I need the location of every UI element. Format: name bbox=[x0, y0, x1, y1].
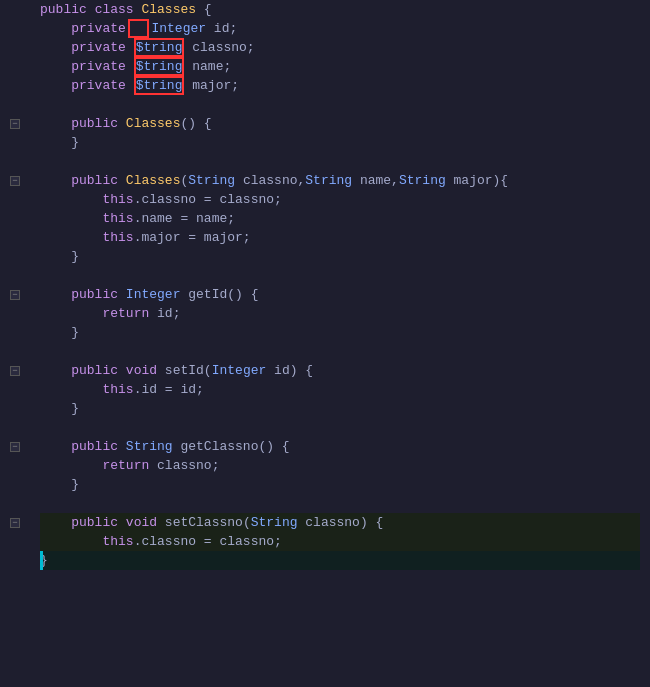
token-plain bbox=[118, 173, 126, 188]
token-this-kw: this bbox=[102, 211, 133, 226]
fold-marker[interactable]: − bbox=[10, 442, 20, 452]
code-line-5 bbox=[40, 95, 640, 114]
token-plain bbox=[118, 116, 126, 131]
indent bbox=[40, 116, 71, 131]
token-plain: ( bbox=[180, 173, 188, 188]
gutter-line-7 bbox=[0, 133, 30, 152]
indent bbox=[40, 211, 102, 226]
token-plain: classno) { bbox=[298, 515, 384, 530]
token-kw: void bbox=[126, 515, 157, 530]
token-type: String bbox=[126, 439, 173, 454]
gutter-line-10 bbox=[0, 190, 30, 209]
code-line-20: this.id = id; bbox=[40, 380, 640, 399]
indent bbox=[40, 78, 71, 93]
gutter-line-23: − bbox=[0, 437, 30, 456]
code-line-3: private $tring name; bbox=[40, 57, 640, 76]
token-type: String bbox=[305, 173, 352, 188]
fold-marker[interactable]: − bbox=[10, 366, 20, 376]
token-plain: .classno = classno; bbox=[134, 192, 282, 207]
token-plain: } bbox=[71, 325, 79, 340]
code-line-18 bbox=[40, 342, 640, 361]
token-plain: getId() { bbox=[180, 287, 258, 302]
fold-marker[interactable]: − bbox=[10, 518, 20, 528]
indent bbox=[40, 173, 71, 188]
indent bbox=[40, 325, 71, 340]
code-line-16: return id; bbox=[40, 304, 640, 323]
code-area: public class Classes { private Integer i… bbox=[30, 0, 650, 687]
gutter-line-26 bbox=[0, 494, 30, 513]
code-line-12: this.major = major; bbox=[40, 228, 640, 247]
token-plain: } bbox=[71, 249, 79, 264]
token-plain bbox=[118, 287, 126, 302]
code-line-10: this.classno = classno; bbox=[40, 190, 640, 209]
token-kw: public bbox=[71, 287, 118, 302]
token-kw: return bbox=[102, 306, 149, 321]
code-line-15: public Integer getId() { bbox=[40, 285, 640, 304]
gutter-line-12 bbox=[0, 228, 30, 247]
token-plain: .name = name; bbox=[134, 211, 235, 226]
gutter-line-21 bbox=[0, 399, 30, 418]
indent bbox=[40, 363, 71, 378]
token-plain: classno; bbox=[149, 458, 219, 473]
code-line-4: private $tring major; bbox=[40, 76, 640, 95]
token-type: String bbox=[188, 173, 235, 188]
token-kw: class bbox=[95, 2, 134, 17]
code-line-2: private $tring classno; bbox=[40, 38, 640, 57]
code-line-7: } bbox=[40, 133, 640, 152]
code-line-22 bbox=[40, 418, 640, 437]
editor-gutter: −−−−−− bbox=[0, 0, 30, 687]
token-type: String bbox=[399, 173, 446, 188]
code-line-1: private Integer id; bbox=[40, 19, 640, 38]
gutter-line-15: − bbox=[0, 285, 30, 304]
token-plain: id; bbox=[149, 306, 180, 321]
gutter-line-0 bbox=[0, 0, 30, 19]
gutter-line-27: − bbox=[0, 513, 30, 532]
token-this-kw: this bbox=[102, 230, 133, 245]
token-plain: } bbox=[71, 135, 79, 150]
fold-marker[interactable]: − bbox=[10, 176, 20, 186]
gutter-line-3 bbox=[0, 57, 30, 76]
gutter-line-24 bbox=[0, 456, 30, 475]
indent bbox=[40, 534, 102, 549]
code-line-28: this.classno = classno; bbox=[40, 532, 640, 551]
indent bbox=[40, 401, 71, 416]
gutter-line-9: − bbox=[0, 171, 30, 190]
gutter-line-28 bbox=[0, 532, 30, 551]
indent bbox=[40, 59, 71, 74]
code-editor: −−−−−− public class Classes { private In… bbox=[0, 0, 650, 687]
code-line-25: } bbox=[40, 475, 640, 494]
indent bbox=[40, 477, 71, 492]
red-highlight-box: $tring bbox=[134, 38, 185, 57]
token-plain: major){ bbox=[446, 173, 508, 188]
gutter-line-11 bbox=[0, 209, 30, 228]
token-plain bbox=[118, 363, 126, 378]
token-kw: public bbox=[40, 2, 87, 17]
indent bbox=[40, 192, 102, 207]
code-line-17: } bbox=[40, 323, 640, 342]
code-line-11: this.name = name; bbox=[40, 209, 640, 228]
token-plain: () { bbox=[180, 116, 211, 131]
token-plain bbox=[87, 2, 95, 17]
gutter-line-22 bbox=[0, 418, 30, 437]
fold-marker[interactable]: − bbox=[10, 290, 20, 300]
token-plain bbox=[118, 439, 126, 454]
indent bbox=[40, 306, 102, 321]
token-kw: public bbox=[71, 173, 118, 188]
token-kw: return bbox=[102, 458, 149, 473]
gutter-line-14 bbox=[0, 266, 30, 285]
indent bbox=[40, 515, 71, 530]
code-line-29: } bbox=[40, 551, 640, 570]
code-line-27: public void setClassno(String classno) { bbox=[40, 513, 640, 532]
gutter-line-8 bbox=[0, 152, 30, 171]
indent bbox=[40, 230, 102, 245]
token-plain: getClassno() { bbox=[173, 439, 290, 454]
teal-bar bbox=[40, 551, 43, 570]
token-this-kw: this bbox=[102, 382, 133, 397]
token-plain: .id = id; bbox=[134, 382, 204, 397]
token-type: Integer bbox=[126, 287, 181, 302]
code-line-21: } bbox=[40, 399, 640, 418]
fold-marker[interactable]: − bbox=[10, 119, 20, 129]
token-classname: Classes bbox=[141, 2, 196, 17]
token-kw: public bbox=[71, 439, 118, 454]
gutter-line-19: − bbox=[0, 361, 30, 380]
